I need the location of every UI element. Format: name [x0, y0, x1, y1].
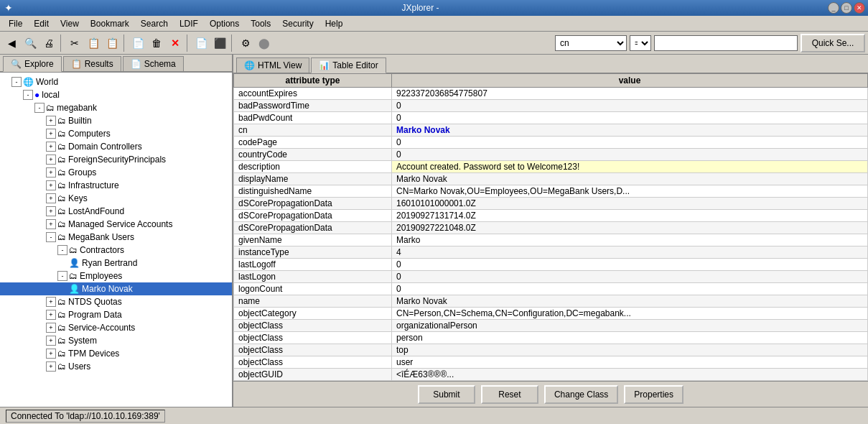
menu-search[interactable]: Search	[135, 17, 174, 30]
menu-ldif[interactable]: LDIF	[174, 17, 204, 30]
table-row[interactable]: badPwdCount0	[234, 112, 868, 124]
expand-builtin[interactable]: +	[46, 116, 56, 126]
table-row[interactable]: objectClassuser	[234, 356, 868, 369]
cut-button[interactable]: ✂	[66, 34, 83, 52]
menu-file[interactable]: File	[3, 17, 28, 30]
table-row[interactable]: countryCode0	[234, 149, 868, 161]
tab-explore[interactable]: 🔍 Explore	[3, 56, 62, 72]
expand-world[interactable]: -	[11, 77, 22, 87]
expand-infra[interactable]: +	[46, 180, 56, 190]
expand-megabank-users[interactable]: -	[46, 232, 56, 242]
menu-options[interactable]: Options	[204, 17, 245, 30]
tree-node-computers[interactable]: + 🗂 Computers	[0, 127, 232, 140]
minimize-button[interactable]: _	[828, 2, 839, 14]
search-op-select[interactable]: =	[630, 35, 651, 51]
menu-view[interactable]: View	[55, 17, 85, 30]
tree-node-infra[interactable]: + 🗂 Infrastructure	[0, 179, 232, 192]
print-button[interactable]: 🖨	[40, 34, 57, 52]
expand-employees[interactable]: -	[57, 271, 67, 281]
expand-svcacc[interactable]: +	[46, 323, 56, 333]
tree-node-megabank-users[interactable]: - 🗂 MegaBank Users	[0, 231, 232, 244]
tree-node-foreign[interactable]: + 🗂 ForeignSecurityPrincipals	[0, 153, 232, 166]
expand-dc[interactable]: +	[46, 142, 56, 152]
connect-button[interactable]: ⬤	[256, 34, 273, 52]
table-row[interactable]: lastLogoff0	[234, 259, 868, 271]
expand-computers[interactable]: +	[46, 129, 56, 139]
table-row[interactable]: logonCount0	[234, 283, 868, 295]
tree-node-tpm[interactable]: + 🗂 TPM Devices	[0, 347, 232, 360]
expand-tpm[interactable]: +	[46, 349, 56, 359]
expand-lostfound[interactable]: +	[46, 206, 56, 216]
expand-contractors[interactable]: -	[57, 245, 67, 255]
table-row[interactable]: objectClasstop	[234, 344, 868, 356]
tree-node-world[interactable]: - 🌐 World	[0, 75, 232, 88]
table-row[interactable]: cnMarko Novak	[234, 124, 868, 137]
back-button[interactable]: ◀	[3, 34, 20, 52]
tree-node-keys[interactable]: + 🗂 Keys	[0, 192, 232, 205]
expand-ntds[interactable]: +	[46, 297, 56, 307]
table-row[interactable]: dSCorePropagationData20190927131714.0Z	[234, 210, 868, 222]
reset-button[interactable]: Reset	[481, 385, 538, 404]
new-button[interactable]: 📄	[129, 34, 146, 52]
tree-node-progdata[interactable]: + 🗂 Program Data	[0, 308, 232, 321]
expand-msa[interactable]: +	[46, 219, 56, 229]
tab-html-view[interactable]: 🌐 HTML View	[236, 57, 309, 73]
table-row[interactable]: lastLogon0	[234, 271, 868, 283]
expand-foreign[interactable]: +	[46, 155, 56, 165]
paste-button[interactable]: 📋	[103, 34, 121, 52]
tab-results[interactable]: 📋 Results	[63, 56, 121, 71]
menu-edit[interactable]: Edit	[28, 17, 55, 30]
table-row[interactable]: givenNameMarko	[234, 234, 868, 246]
cancel-button[interactable]: ✕	[167, 34, 184, 52]
table-row[interactable]: badPasswordTime0	[234, 100, 868, 112]
table-row[interactable]: dSCorePropagationData16010101000001.0Z	[234, 198, 868, 210]
expand-users[interactable]: +	[46, 361, 56, 372]
tree-node-marko[interactable]: 👤 Marko Novak	[0, 282, 232, 295]
tree-node-system[interactable]: + 🗂 System	[0, 334, 232, 347]
expand-local[interactable]: -	[23, 90, 33, 100]
expand-megabank[interactable]: -	[34, 103, 45, 113]
table-row[interactable]: descriptionAccount created. Password set…	[234, 161, 868, 173]
quick-search-button[interactable]: Quick Se...	[801, 34, 865, 52]
table-row[interactable]: nameMarko Novak	[234, 295, 868, 308]
table-row[interactable]: dSCorePropagationData20190927221048.0Z	[234, 222, 868, 234]
menu-help[interactable]: Help	[319, 17, 349, 30]
tree-node-svcacc[interactable]: + 🗂 Service-Accounts	[0, 321, 232, 334]
table-row[interactable]: objectCategoryCN=Person,CN=Schema,CN=Con…	[234, 308, 868, 320]
tree-node-contractors[interactable]: - 🗂 Contractors	[0, 244, 232, 257]
submit-button[interactable]: Submit	[418, 385, 475, 404]
tree-node-groups[interactable]: + 🗂 Groups	[0, 166, 232, 179]
expand-groups[interactable]: +	[46, 167, 56, 178]
tree-node-employees[interactable]: - 🗂 Employees	[0, 269, 232, 282]
tree-node-ryan[interactable]: 👤 Ryan Bertrand	[0, 257, 232, 269]
tab-table-editor[interactable]: 📊 Table Editor	[311, 57, 386, 73]
menu-security[interactable]: Security	[276, 17, 319, 30]
tree-node-lostfound[interactable]: + 🗂 LostAndFound	[0, 205, 232, 218]
expand-keys[interactable]: +	[46, 193, 56, 203]
settings-button[interactable]: ⚙	[237, 34, 254, 52]
tree-node-dc[interactable]: + 🗂 Domain Controllers	[0, 140, 232, 153]
expand-system[interactable]: +	[46, 336, 56, 346]
close-button[interactable]: ✕	[854, 2, 865, 14]
table-row[interactable]: accountExpires9223372036854775807	[234, 88, 868, 100]
table-scroll[interactable]: attribute type value accountExpires92233…	[233, 73, 868, 381]
copy-button[interactable]: 📋	[85, 34, 102, 52]
change-class-button[interactable]: Change Class	[544, 385, 618, 404]
stop-button[interactable]: ⬛	[211, 34, 228, 52]
tree-node-users[interactable]: + 🗂 Users	[0, 360, 232, 373]
tree-node-msa[interactable]: + 🗂 Managed Service Accounts	[0, 218, 232, 231]
tree-node-builtin[interactable]: + 🗂 Builtin	[0, 114, 232, 127]
menu-bookmark[interactable]: Bookmark	[85, 17, 135, 30]
table-row[interactable]: distinguishedNameCN=Marko Novak,OU=Emplo…	[234, 185, 868, 198]
ldif-button[interactable]: 📄	[192, 34, 210, 52]
search-button[interactable]: 🔍	[22, 34, 39, 52]
table-row[interactable]: objectClassperson	[234, 332, 868, 344]
delete-button[interactable]: 🗑	[148, 34, 165, 52]
search-attr-select[interactable]: cn	[555, 35, 627, 51]
table-row[interactable]: displayNameMarko Novak	[234, 173, 868, 185]
table-row[interactable]: instanceType4	[234, 246, 868, 259]
table-row[interactable]: objectGUID<îÉÆ63®®®...	[234, 369, 868, 381]
menu-tools[interactable]: Tools	[245, 17, 276, 30]
table-row[interactable]: codePage0	[234, 137, 868, 149]
expand-progdata[interactable]: +	[46, 310, 56, 320]
